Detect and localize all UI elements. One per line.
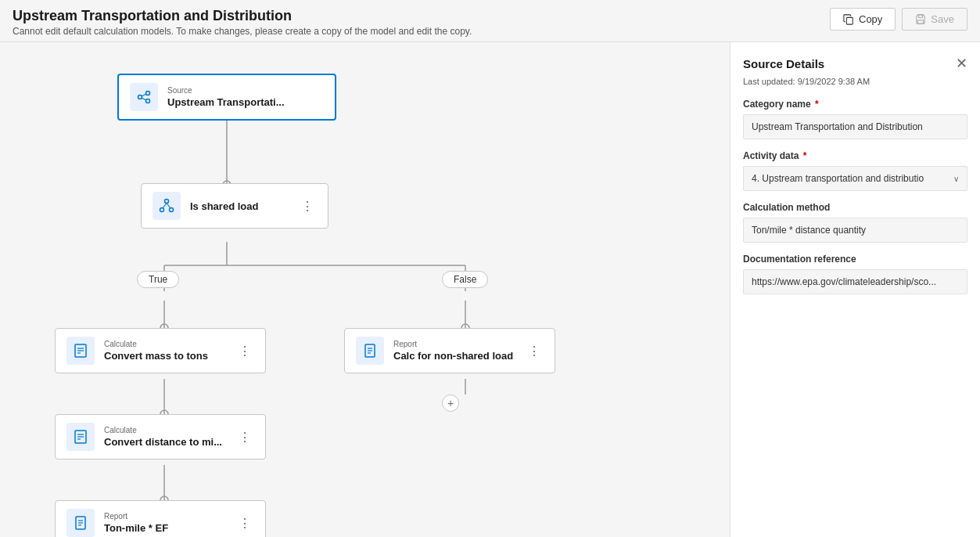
decision-node[interactable]: Is shared load ⋮ [141,183,328,229]
source-node-text: Source Upstream Transportati... [167,86,285,108]
category-value: Upstream Transportation and Distribution [743,114,967,139]
flow-connectors [16,58,641,537]
copy-icon [843,14,854,25]
save-label: Save [931,13,954,25]
decision-icon [159,198,174,214]
calc1-name: Convert mass to tons [104,350,208,362]
report2-icon [362,343,378,359]
source-icon [136,89,152,105]
svg-line-27 [163,204,167,209]
calc2-icon [73,429,88,445]
category-required-marker: * [815,99,819,110]
svg-rect-0 [846,17,853,24]
svg-line-22 [142,94,146,96]
report2-menu-button[interactable]: ⋮ [525,344,544,359]
save-button[interactable]: Save [902,8,967,31]
save-icon [915,14,926,25]
canvas: Source Upstream Transportati... Is share… [0,42,730,537]
flow-container: Source Upstream Transportati... Is share… [16,58,641,537]
report1-name: Ton-mile * EF [104,522,168,534]
calc2-text: Calculate Convert distance to mi... [104,426,222,448]
page-title: Upstream Transportation and Distribution [13,8,472,24]
source-node-icon-box [130,83,158,111]
decision-node-name: Is shared load [190,200,258,212]
report1-menu-button[interactable]: ⋮ [235,516,254,531]
header: Upstream Transportation and Distribution… [0,0,980,42]
main: Source Upstream Transportati... Is share… [0,42,980,537]
activity-value[interactable]: 4. Upstream transportation and distribut… [743,166,967,191]
calc1-type: Calculate [104,340,208,348]
calc1-menu-button[interactable]: ⋮ [235,344,254,359]
source-node[interactable]: Source Upstream Transportati... [117,74,336,121]
category-label: Category name * [743,99,967,110]
page-subtitle: Cannot edit default calculation models. … [13,26,472,37]
calc2-name: Convert distance to mi... [104,436,222,448]
panel-title: Source Details [743,57,824,70]
svg-rect-1 [919,14,923,17]
branch-true-label: True [137,271,179,288]
calc2-type: Calculate [104,426,222,434]
svg-line-28 [167,204,171,209]
calc1-icon-box [66,337,95,365]
svg-point-25 [160,208,164,212]
calc-node-2[interactable]: Calculate Convert distance to mi... ⋮ [55,414,266,460]
header-actions: Copy Save [830,8,967,31]
calc-node-1[interactable]: Calculate Convert mass to tons ⋮ [55,328,266,373]
svg-rect-2 [918,20,924,23]
panel-close-button[interactable]: ✕ [956,55,967,72]
activity-required-marker: * [803,150,807,161]
report2-text: Report Calc for non-shared load [393,340,513,362]
decision-menu-button[interactable]: ⋮ [298,199,317,214]
calc2-menu-button[interactable]: ⋮ [235,430,254,445]
doc-ref-label: Documentation reference [743,254,967,265]
panel-last-updated: Last updated: 9/19/2022 9:38 AM [743,77,967,86]
svg-line-23 [142,98,146,100]
svg-point-21 [146,99,150,103]
report2-type: Report [393,340,513,348]
add-button-right[interactable]: + [442,395,459,412]
activity-dropdown-arrow: ∨ [953,175,959,183]
report-node-1[interactable]: Report Ton-mile * EF ⋮ [55,500,266,537]
copy-label: Copy [859,13,882,25]
svg-point-20 [146,92,150,96]
calc1-text: Calculate Convert mass to tons [104,340,208,362]
activity-label: Activity data * [743,150,967,161]
svg-point-26 [170,208,174,212]
doc-ref-value: https://www.epa.gov/climateleadership/sc… [743,269,967,294]
report-node-2[interactable]: Report Calc for non-shared load ⋮ [344,328,555,373]
report1-icon-box [66,509,95,537]
calc1-icon [73,343,88,359]
panel-header: Source Details ✕ [743,55,967,72]
header-left: Upstream Transportation and Distribution… [13,8,472,37]
report1-icon [73,515,88,531]
calc-method-label: Calculation method [743,202,967,213]
calc-method-value: Ton/mile * distance quantity [743,218,967,243]
calc2-icon-box [66,423,95,451]
right-panel: Source Details ✕ Last updated: 9/19/2022… [730,42,980,537]
copy-button[interactable]: Copy [830,8,896,31]
svg-point-24 [165,200,169,204]
source-node-type: Source [167,86,285,95]
report2-name: Calc for non-shared load [393,350,513,362]
report1-type: Report [104,512,168,521]
report2-icon-box [356,337,384,365]
svg-point-19 [138,96,142,99]
branch-false-label: False [442,271,488,288]
source-node-name: Upstream Transportati... [167,96,285,108]
decision-node-icon-box [153,192,181,220]
report1-text: Report Ton-mile * EF [104,512,168,534]
